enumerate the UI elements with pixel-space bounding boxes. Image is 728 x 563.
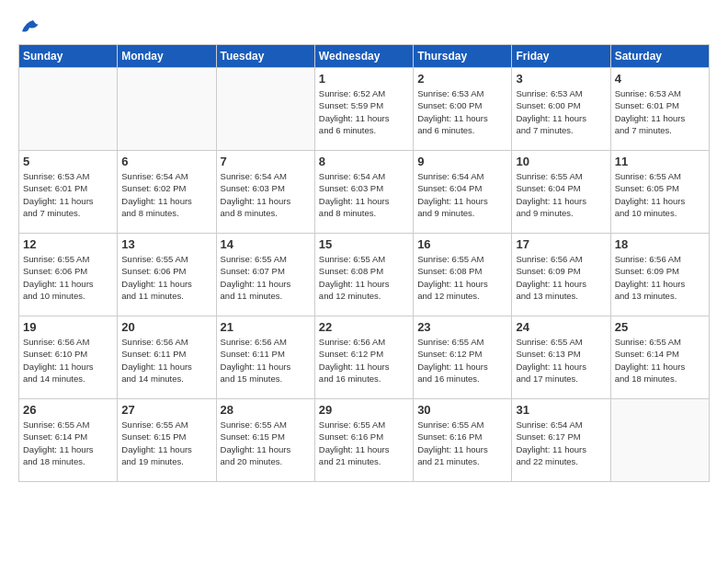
day-number: 11 <box>615 155 705 168</box>
day-number: 18 <box>615 237 705 251</box>
day-info: Sunrise: 6:55 AM Sunset: 6:14 PM Dayligh… <box>23 419 113 467</box>
calendar-cell: 21Sunrise: 6:56 AM Sunset: 6:11 PM Dayli… <box>216 316 314 399</box>
day-number: 4 <box>615 72 705 86</box>
day-info: Sunrise: 6:55 AM Sunset: 6:05 PM Dayligh… <box>615 170 705 219</box>
logo-bird-icon <box>20 18 40 39</box>
calendar-week-row: 5Sunrise: 6:53 AM Sunset: 6:01 PM Daylig… <box>19 151 710 234</box>
column-header-saturday: Saturday <box>610 45 709 68</box>
day-number: 10 <box>516 155 606 168</box>
calendar-cell: 19Sunrise: 6:56 AM Sunset: 6:10 PM Dayli… <box>19 316 118 399</box>
day-info: Sunrise: 6:55 AM Sunset: 6:13 PM Dayligh… <box>516 336 606 385</box>
day-number: 14 <box>221 237 311 251</box>
calendar-cell: 20Sunrise: 6:56 AM Sunset: 6:11 PM Dayli… <box>118 316 216 399</box>
day-number: 3 <box>516 72 606 86</box>
day-info: Sunrise: 6:55 AM Sunset: 6:07 PM Dayligh… <box>221 253 311 302</box>
calendar-table: SundayMondayTuesdayWednesdayThursdayFrid… <box>18 44 710 482</box>
calendar-cell: 29Sunrise: 6:55 AM Sunset: 6:16 PM Dayli… <box>314 399 413 482</box>
calendar-cell: 22Sunrise: 6:56 AM Sunset: 6:12 PM Dayli… <box>314 316 413 399</box>
column-header-sunday: Sunday <box>19 45 118 68</box>
day-number: 27 <box>121 403 211 417</box>
calendar-cell: 2Sunrise: 6:53 AM Sunset: 6:00 PM Daylig… <box>414 68 512 151</box>
calendar-cell: 11Sunrise: 6:55 AM Sunset: 6:05 PM Dayli… <box>610 151 709 234</box>
calendar-week-row: 19Sunrise: 6:56 AM Sunset: 6:10 PM Dayli… <box>19 316 710 399</box>
column-header-tuesday: Tuesday <box>216 45 314 68</box>
day-info: Sunrise: 6:55 AM Sunset: 6:15 PM Dayligh… <box>121 419 211 467</box>
day-info: Sunrise: 6:52 AM Sunset: 5:59 PM Dayligh… <box>319 87 409 136</box>
day-number: 31 <box>516 403 606 417</box>
day-number: 5 <box>23 155 113 168</box>
day-number: 2 <box>417 72 507 86</box>
calendar-week-row: 12Sunrise: 6:55 AM Sunset: 6:06 PM Dayli… <box>19 234 710 316</box>
calendar-cell: 23Sunrise: 6:55 AM Sunset: 6:12 PM Dayli… <box>414 316 512 399</box>
day-info: Sunrise: 6:55 AM Sunset: 6:06 PM Dayligh… <box>23 253 113 302</box>
calendar-cell: 17Sunrise: 6:56 AM Sunset: 6:09 PM Dayli… <box>512 234 610 316</box>
calendar-cell: 15Sunrise: 6:55 AM Sunset: 6:08 PM Dayli… <box>314 234 413 316</box>
day-number: 6 <box>121 155 211 168</box>
calendar-cell <box>216 68 314 151</box>
calendar-cell: 4Sunrise: 6:53 AM Sunset: 6:01 PM Daylig… <box>610 68 709 151</box>
day-info: Sunrise: 6:55 AM Sunset: 6:15 PM Dayligh… <box>221 419 311 467</box>
day-number: 26 <box>23 403 113 417</box>
day-info: Sunrise: 6:54 AM Sunset: 6:02 PM Dayligh… <box>121 170 211 219</box>
day-number: 20 <box>121 320 211 334</box>
calendar-cell: 5Sunrise: 6:53 AM Sunset: 6:01 PM Daylig… <box>19 151 118 234</box>
day-info: Sunrise: 6:54 AM Sunset: 6:17 PM Dayligh… <box>516 419 606 467</box>
calendar-cell: 9Sunrise: 6:54 AM Sunset: 6:04 PM Daylig… <box>414 151 512 234</box>
calendar-cell: 30Sunrise: 6:55 AM Sunset: 6:16 PM Dayli… <box>414 399 512 482</box>
day-info: Sunrise: 6:53 AM Sunset: 6:00 PM Dayligh… <box>516 87 606 136</box>
logo <box>18 18 42 35</box>
day-info: Sunrise: 6:56 AM Sunset: 6:12 PM Dayligh… <box>319 336 409 385</box>
day-info: Sunrise: 6:55 AM Sunset: 6:08 PM Dayligh… <box>319 253 409 302</box>
day-number: 30 <box>417 403 507 417</box>
day-number: 22 <box>319 320 409 334</box>
day-info: Sunrise: 6:56 AM Sunset: 6:09 PM Dayligh… <box>615 253 705 302</box>
calendar-cell: 16Sunrise: 6:55 AM Sunset: 6:08 PM Dayli… <box>414 234 512 316</box>
calendar-cell <box>118 68 216 151</box>
calendar-cell: 31Sunrise: 6:54 AM Sunset: 6:17 PM Dayli… <box>512 399 610 482</box>
column-header-thursday: Thursday <box>414 45 512 68</box>
calendar-cell: 28Sunrise: 6:55 AM Sunset: 6:15 PM Dayli… <box>216 399 314 482</box>
calendar-cell: 1Sunrise: 6:52 AM Sunset: 5:59 PM Daylig… <box>314 68 413 151</box>
column-header-wednesday: Wednesday <box>314 45 413 68</box>
day-number: 28 <box>221 403 311 417</box>
day-number: 8 <box>319 155 409 168</box>
day-number: 12 <box>23 237 113 251</box>
day-number: 1 <box>319 72 409 86</box>
calendar-cell <box>19 68 118 151</box>
day-info: Sunrise: 6:55 AM Sunset: 6:08 PM Dayligh… <box>417 253 507 302</box>
calendar-cell: 27Sunrise: 6:55 AM Sunset: 6:15 PM Dayli… <box>118 399 216 482</box>
day-info: Sunrise: 6:54 AM Sunset: 6:03 PM Dayligh… <box>319 170 409 219</box>
day-number: 29 <box>319 403 409 417</box>
calendar-cell: 3Sunrise: 6:53 AM Sunset: 6:00 PM Daylig… <box>512 68 610 151</box>
day-info: Sunrise: 6:53 AM Sunset: 6:01 PM Dayligh… <box>615 87 705 136</box>
day-number: 9 <box>417 155 507 168</box>
day-info: Sunrise: 6:53 AM Sunset: 6:00 PM Dayligh… <box>417 87 507 136</box>
calendar-cell: 18Sunrise: 6:56 AM Sunset: 6:09 PM Dayli… <box>610 234 709 316</box>
calendar-cell: 7Sunrise: 6:54 AM Sunset: 6:03 PM Daylig… <box>216 151 314 234</box>
calendar-cell: 26Sunrise: 6:55 AM Sunset: 6:14 PM Dayli… <box>19 399 118 482</box>
calendar-cell: 6Sunrise: 6:54 AM Sunset: 6:02 PM Daylig… <box>118 151 216 234</box>
day-number: 19 <box>23 320 113 334</box>
day-info: Sunrise: 6:56 AM Sunset: 6:11 PM Dayligh… <box>121 336 211 385</box>
calendar-cell: 25Sunrise: 6:55 AM Sunset: 6:14 PM Dayli… <box>610 316 709 399</box>
day-info: Sunrise: 6:55 AM Sunset: 6:14 PM Dayligh… <box>615 336 705 385</box>
page-header <box>18 18 710 35</box>
day-number: 24 <box>516 320 606 334</box>
day-info: Sunrise: 6:55 AM Sunset: 6:04 PM Dayligh… <box>516 170 606 219</box>
day-number: 15 <box>319 237 409 251</box>
day-number: 17 <box>516 237 606 251</box>
calendar-week-row: 1Sunrise: 6:52 AM Sunset: 5:59 PM Daylig… <box>19 68 710 151</box>
calendar-week-row: 26Sunrise: 6:55 AM Sunset: 6:14 PM Dayli… <box>19 399 710 482</box>
column-header-friday: Friday <box>512 45 610 68</box>
calendar-cell: 10Sunrise: 6:55 AM Sunset: 6:04 PM Dayli… <box>512 151 610 234</box>
column-header-monday: Monday <box>118 45 216 68</box>
day-number: 25 <box>615 320 705 334</box>
calendar-cell: 24Sunrise: 6:55 AM Sunset: 6:13 PM Dayli… <box>512 316 610 399</box>
day-number: 21 <box>221 320 311 334</box>
day-info: Sunrise: 6:55 AM Sunset: 6:16 PM Dayligh… <box>417 419 507 467</box>
day-number: 7 <box>221 155 311 168</box>
day-info: Sunrise: 6:56 AM Sunset: 6:09 PM Dayligh… <box>516 253 606 302</box>
day-info: Sunrise: 6:56 AM Sunset: 6:11 PM Dayligh… <box>221 336 311 385</box>
day-info: Sunrise: 6:54 AM Sunset: 6:03 PM Dayligh… <box>221 170 311 219</box>
day-number: 13 <box>121 237 211 251</box>
